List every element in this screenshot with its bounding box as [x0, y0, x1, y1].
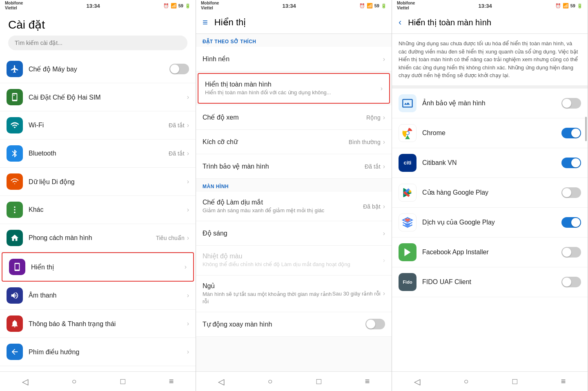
dual-sim-text: Cài Đặt Chế Độ Hai SIM: [29, 93, 187, 101]
scroll-indicator: [585, 117, 587, 141]
app-item-google-play[interactable]: Cửa hàng Google Play: [392, 178, 588, 208]
page-title-1: Cài đặt: [8, 18, 187, 31]
home-button-2[interactable]: ○: [260, 373, 281, 389]
notification-icon: [7, 315, 23, 332]
fido-toggle[interactable]: [561, 277, 581, 287]
svg-point-5: [406, 131, 409, 134]
display-item-wallpaper[interactable]: Hình nền ›: [196, 47, 392, 71]
display-item-sleep[interactable]: Ngủ Màn hình sẽ tự tắt sau một khoảng th…: [196, 275, 392, 312]
settings-item-display[interactable]: Hiển thị ›: [2, 252, 194, 282]
settings-item-wifi[interactable]: Wi-Fi Đã tắt ›: [0, 111, 196, 140]
google-play-toggle[interactable]: [561, 187, 581, 198]
comfort-eye-sublabel: Giảm ánh sáng màu xanh để giảm mệt mỏi t…: [203, 207, 363, 214]
citibank-toggle[interactable]: [561, 158, 581, 168]
display-label: Hiển thị: [31, 263, 185, 271]
display-item-auto-rotate[interactable]: Tự động xoay màn hình: [196, 312, 392, 337]
settings-item-fingerprint[interactable]: ID vân tay ›: [0, 366, 196, 371]
chevron-notification: ›: [187, 320, 189, 327]
app-item-chrome[interactable]: Chrome: [392, 118, 588, 148]
fullscreen-label: Hiển thị toàn màn hình: [205, 80, 381, 88]
settings-item-navigation[interactable]: Phím điều hướng ›: [0, 338, 196, 366]
screen-protect-text: Trình bảo vệ màn hình: [203, 162, 365, 170]
airplane-icon: [7, 61, 23, 77]
settings-item-theme[interactable]: Phong cách màn hình Tiêu chuẩn ›: [0, 224, 196, 252]
display-item-screen-protect[interactable]: Trình bảo vệ màn hình Đã tắt ›: [196, 154, 392, 179]
display-item-view-mode[interactable]: Chế độ xem Rộng ›: [196, 105, 392, 130]
screensaver-toggle[interactable]: [561, 98, 581, 109]
app-item-citibank[interactable]: citi Citibank VN: [392, 148, 588, 178]
app-item-fb-installer[interactable]: Facebook App Installer: [392, 238, 588, 267]
time-1: 13:34: [86, 3, 100, 9]
carrier-info-2: Mobifone Viettel: [201, 1, 219, 11]
app-item-play-services[interactable]: Dịch vụ của Google Play: [392, 208, 588, 238]
menu-button-1[interactable]: ≡: [161, 373, 182, 389]
battery-icon-3: 🔋: [577, 3, 583, 9]
settings-item-sound[interactable]: Âm thanh ›: [0, 282, 196, 310]
display-item-brightness[interactable]: Độ sáng ›: [196, 221, 392, 246]
wifi-value: Đã tắt: [169, 122, 185, 129]
battery-icon-2: 🔋: [381, 3, 387, 9]
panel3-description: Những ứng dụng sau chưa được tối ưu hóa …: [392, 34, 588, 89]
settings-item-other[interactable]: Khác ›: [0, 196, 196, 224]
fullscreen-sublabel: Hiển thị toàn màn hình đối với các ứng d…: [205, 89, 381, 96]
svg-point-2: [14, 209, 16, 211]
home-button-1[interactable]: ○: [64, 373, 85, 389]
display-item-font-size[interactable]: Kích cỡ chữ Bình thường ›: [196, 130, 392, 154]
search-input[interactable]: [8, 36, 187, 50]
chevron-screen-protect: ›: [383, 163, 385, 170]
chevron-mobile-data: ›: [187, 178, 189, 185]
chevron-view-mode: ›: [383, 114, 385, 121]
menu-button-3[interactable]: ≡: [553, 373, 574, 389]
settings-item-airplane[interactable]: Chế độ Máy bay: [0, 55, 196, 83]
color-temp-label: Nhiệt độ màu: [203, 252, 383, 260]
menu-button-2[interactable]: ≡: [357, 373, 378, 389]
bottom-nav-3: ◁ ○ □ ≡: [392, 371, 588, 391]
back-button-1[interactable]: ◁: [14, 373, 36, 390]
recents-button-3[interactable]: □: [504, 373, 526, 389]
screensaver-app-name: Ảnh bảo vệ màn hình: [422, 99, 561, 107]
panel3-header: ‹ Hiển thị toàn màn hình: [392, 11, 588, 34]
back-arrow-icon[interactable]: ‹: [399, 17, 401, 28]
mobile-data-text: Dữ liệu Di động: [29, 178, 187, 186]
recents-button-2[interactable]: □: [308, 373, 330, 389]
status-bar-3: Mobifone Viettel 13:34 ⏰ 📶 59 🔋: [392, 0, 588, 11]
settings-item-bluetooth[interactable]: Bluetooth Đã tắt ›: [0, 140, 196, 168]
airplane-toggle[interactable]: [169, 64, 189, 74]
chrome-toggle[interactable]: [561, 128, 581, 138]
sleep-label: Ngủ: [203, 282, 332, 290]
panel2-title: Hiển thị: [214, 17, 246, 28]
app-item-fido[interactable]: Fido FIDO UAF Client: [392, 267, 588, 297]
carrier2-1: Viettel: [5, 6, 23, 11]
display-item-fullscreen[interactable]: Hiển thị toàn màn hình Hiển thị toàn màn…: [198, 73, 390, 104]
bottom-nav-1: ◁ ○ □ ≡: [0, 371, 196, 391]
settings-item-mobile-data[interactable]: Dữ liệu Di động ›: [0, 168, 196, 196]
battery-3: 59: [570, 3, 575, 8]
chrome-app-name: Chrome: [422, 129, 561, 137]
carrier-info-1: Mobifone Viettel: [5, 1, 23, 11]
app-item-screensaver[interactable]: Ảnh bảo vệ màn hình: [392, 89, 588, 118]
comfort-eye-text: Chế độ Làm dịu mắt Giảm ánh sáng màu xan…: [203, 198, 363, 214]
screensaver-app-icon: [399, 94, 416, 112]
chrome-app-icon: [399, 124, 416, 142]
back-button-3[interactable]: ◁: [406, 373, 428, 390]
chevron-font-size: ›: [383, 138, 385, 146]
brightness-label: Độ sáng: [203, 229, 383, 237]
home-button-3[interactable]: ○: [456, 373, 477, 389]
color-temp-sublabel: Không thể điều chỉnh khi chế độ Làm dịu …: [203, 261, 383, 268]
fb-installer-toggle[interactable]: [561, 247, 581, 258]
play-services-toggle[interactable]: [561, 217, 581, 228]
back-button-2[interactable]: ◁: [210, 373, 232, 390]
settings-item-dual-sim[interactable]: Cài Đặt Chế Độ Hai SIM ›: [0, 83, 196, 111]
hamburger-icon[interactable]: ≡: [203, 17, 208, 28]
chevron-display: ›: [185, 263, 187, 271]
recents-button-1[interactable]: □: [112, 373, 134, 389]
sound-icon: [7, 287, 23, 304]
settings-item-notification[interactable]: Thông báo & Thanh trạng thái ›: [0, 310, 196, 338]
font-size-label: Kích cỡ chữ: [203, 138, 349, 146]
signal-icon-3: 📶: [563, 3, 569, 9]
display-item-comfort-eye[interactable]: Chế độ Làm dịu mắt Giảm ánh sáng màu xan…: [196, 192, 392, 221]
screen-protect-label: Trình bảo vệ màn hình: [203, 162, 365, 170]
settings-list: Chế độ Máy bay Cài Đặt Chế Độ Hai SIM › …: [0, 55, 196, 371]
auto-rotate-toggle[interactable]: [365, 319, 385, 329]
theme-icon: [7, 230, 23, 246]
